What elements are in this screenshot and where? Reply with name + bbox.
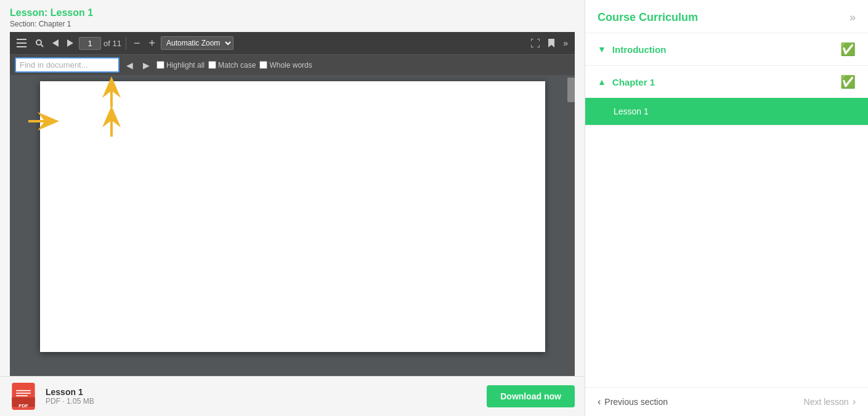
next-lesson-button[interactable]: Next lesson ›	[804, 396, 856, 407]
zoom-out-button[interactable]: −	[131, 35, 144, 52]
highlight-all-label[interactable]: Highlight all	[156, 61, 205, 70]
more-button[interactable]: »	[560, 36, 571, 50]
page-total: of 11	[103, 39, 121, 48]
section-header-chapter1[interactable]: ▲ Chapter 1 ✅	[585, 66, 868, 98]
zoom-select[interactable]: Automatic Zoom Actual Size Page Fit Page…	[161, 36, 233, 50]
zoom-in-button[interactable]: +	[145, 35, 158, 52]
svg-marker-5	[52, 39, 59, 47]
svg-marker-8	[28, 112, 59, 130]
pdf-toolbar: of 11 − + Automatic Zoom Actual Size Pag…	[10, 32, 575, 54]
curriculum-list: ▼ Introduction ✅ ▲ Chapter 1 ✅ Lesson 1	[585, 33, 868, 387]
main-area: Lesson: Lesson 1 Section: Chapter 1 of 1…	[0, 0, 585, 416]
find-in-document-input[interactable]	[15, 57, 120, 73]
chevron-chapter1: ▲	[598, 77, 606, 87]
svg-marker-9	[102, 76, 121, 107]
fullscreen-button[interactable]	[528, 37, 543, 49]
svg-rect-0	[17, 39, 26, 40]
pdf-scrollbar-thumb[interactable]	[567, 78, 575, 102]
lesson-header: Lesson: Lesson 1 Section: Chapter 1	[0, 0, 585, 32]
yellow-arrow-up-2	[102, 106, 121, 137]
svg-rect-2	[17, 46, 26, 47]
search-prev-button[interactable]: ◀	[123, 59, 136, 71]
lesson-link-lesson1[interactable]: Lesson 1	[614, 98, 868, 125]
pdf-scrollbar[interactable]	[567, 75, 575, 376]
bookmark-button[interactable]	[545, 37, 558, 49]
match-case-checkbox[interactable]	[208, 61, 216, 69]
page-number-input[interactable]	[79, 37, 101, 50]
svg-rect-13	[12, 398, 34, 401]
pdf-search-bar: ◀ ▶ Highlight all Match case Whole words	[10, 54, 575, 75]
section-left-introduction: ▼ Introduction	[598, 44, 666, 55]
prev-arrow-icon: ‹	[598, 396, 601, 407]
section-left-chapter1: ▲ Chapter 1	[598, 77, 655, 87]
sidebar-header: Course Curriculum »	[585, 0, 868, 33]
yellow-arrow-left	[28, 112, 59, 130]
check-icon-chapter1: ✅	[840, 74, 856, 89]
file-meta: PDF · 1.05 MB	[46, 397, 478, 406]
prev-page-button[interactable]	[49, 38, 62, 49]
svg-marker-7	[548, 39, 554, 47]
pdf-viewer: of 11 − + Automatic Zoom Actual Size Pag…	[10, 32, 575, 376]
next-arrow-icon: ›	[853, 396, 856, 407]
download-bar: PDF Lesson 1 PDF · 1.05 MB Download now	[0, 376, 585, 416]
svg-marker-10	[102, 106, 121, 137]
yellow-arrow-up	[102, 76, 121, 107]
svg-marker-6	[67, 39, 73, 47]
search-button[interactable]	[32, 37, 47, 49]
sidebar-footer: ‹ Previous section Next lesson ›	[585, 387, 868, 416]
match-case-label[interactable]: Match case	[208, 61, 256, 70]
section-name-introduction: Introduction	[612, 44, 666, 55]
download-info: Lesson 1 PDF · 1.05 MB	[46, 387, 478, 406]
whole-words-checkbox[interactable]	[259, 61, 267, 69]
lesson-item-lesson1[interactable]: Lesson 1	[585, 98, 868, 125]
svg-point-3	[36, 40, 41, 45]
lesson-title: Lesson: Lesson 1	[10, 7, 575, 18]
section-header-introduction[interactable]: ▼ Introduction ✅	[585, 33, 868, 65]
curriculum-section-introduction: ▼ Introduction ✅	[585, 33, 868, 66]
chevron-introduction: ▼	[598, 44, 606, 54]
pdf-content	[10, 75, 575, 376]
sidebar-toggle-button[interactable]	[14, 37, 30, 49]
svg-line-4	[41, 45, 44, 47]
svg-text:PDF: PDF	[18, 403, 28, 409]
next-label: Next lesson	[804, 397, 849, 407]
sidebar: Course Curriculum » ▼ Introduction ✅ ▲ C…	[585, 0, 868, 416]
svg-rect-1	[17, 42, 26, 44]
file-icon: PDF	[10, 383, 37, 410]
prev-label: Previous section	[604, 397, 668, 407]
toolbar-separator-1	[126, 37, 126, 49]
download-button[interactable]: Download now	[487, 385, 575, 407]
highlight-all-checkbox[interactable]	[156, 61, 164, 69]
expand-icon[interactable]: »	[850, 11, 856, 24]
curriculum-section-chapter1: ▲ Chapter 1 ✅ Lesson 1	[585, 66, 868, 126]
previous-section-button[interactable]: ‹ Previous section	[598, 396, 668, 407]
file-name: Lesson 1	[46, 387, 478, 397]
section-label: Section: Chapter 1	[10, 20, 575, 28]
whole-words-label[interactable]: Whole words	[259, 61, 312, 70]
next-page-button[interactable]	[64, 38, 76, 49]
sidebar-title: Course Curriculum	[598, 11, 698, 24]
search-next-button[interactable]: ▶	[140, 59, 153, 71]
check-icon-introduction: ✅	[840, 42, 856, 57]
section-name-chapter1: Chapter 1	[612, 77, 655, 87]
